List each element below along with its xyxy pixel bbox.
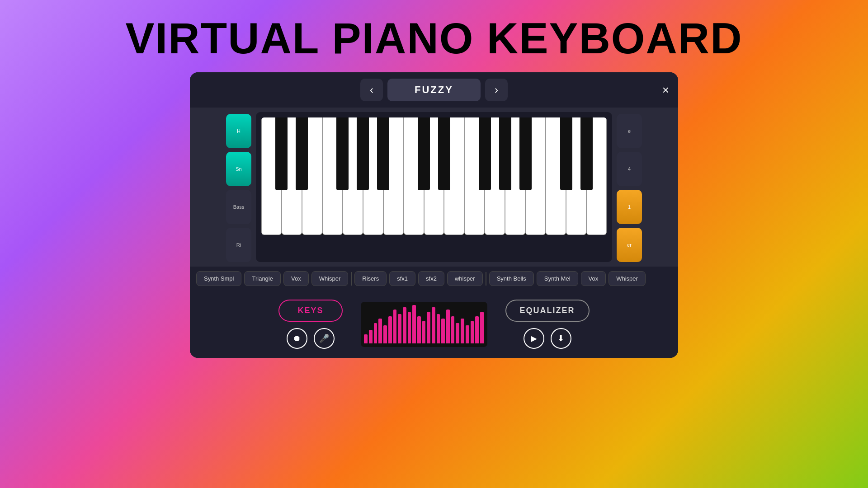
sidebar-item-right-e[interactable]: e xyxy=(617,114,642,148)
mic-icon: 🎤 xyxy=(319,333,329,343)
record-button[interactable]: ⏺ xyxy=(287,328,307,349)
current-preset-label: FUZZY xyxy=(387,79,481,101)
black-key-10[interactable] xyxy=(560,117,572,190)
black-key-9[interactable] xyxy=(519,117,532,190)
play-button[interactable]: ▶ xyxy=(524,328,544,349)
black-key-11[interactable] xyxy=(580,117,593,190)
viz-bar-21 xyxy=(466,325,469,343)
preset-btn-risers-4[interactable]: Risers xyxy=(354,271,387,286)
keys-control-icons: ⏺ 🎤 xyxy=(287,328,335,349)
preset-btn-sfx1-5[interactable]: sfx1 xyxy=(389,271,415,286)
sidebar-item-sn[interactable]: Sn xyxy=(226,152,251,186)
prev-preset-button[interactable]: ‹ xyxy=(360,79,383,101)
eq-control-icons: ▶ ⬇ xyxy=(524,328,571,349)
download-button[interactable]: ⬇ xyxy=(551,328,571,349)
viz-bar-11 xyxy=(417,316,421,343)
viz-bar-24 xyxy=(480,312,484,343)
viz-bar-14 xyxy=(432,307,435,343)
keys-button[interactable]: KEYS xyxy=(278,300,342,322)
black-key-0[interactable] xyxy=(275,117,288,190)
black-key-3[interactable] xyxy=(357,117,369,190)
preset-btn-synth-smpl-0[interactable]: Synth Smpl xyxy=(196,271,241,286)
preset-btn-vox-2[interactable]: Vox xyxy=(283,271,309,286)
sidebar-item-h[interactable]: H xyxy=(226,114,251,148)
viz-bar-4 xyxy=(383,325,387,343)
black-key-7[interactable] xyxy=(479,117,491,190)
next-preset-button[interactable]: › xyxy=(485,79,508,101)
presets-bar: Synth SmplTriangleVoxWhisperRiserssfx1sf… xyxy=(190,267,678,291)
preset-btn-synth-bells-8[interactable]: Synth Bells xyxy=(489,271,534,286)
black-key-1[interactable] xyxy=(296,117,308,190)
preset-nav-bar: ‹ FUZZY › × xyxy=(190,72,678,108)
viz-bar-7 xyxy=(398,314,401,343)
page-title: VIRTUAL PIANO KEYBOARD xyxy=(126,14,743,63)
sidebar-item-ri[interactable]: Ri xyxy=(226,228,251,262)
viz-bar-5 xyxy=(388,316,392,343)
viz-bar-12 xyxy=(422,321,426,343)
viz-bar-0 xyxy=(364,334,368,343)
black-key-8[interactable] xyxy=(499,117,511,190)
viz-bar-16 xyxy=(441,319,445,343)
viz-bar-23 xyxy=(475,316,479,343)
preset-btn-vox-10[interactable]: Vox xyxy=(581,271,606,286)
viz-bar-3 xyxy=(378,319,382,343)
download-icon: ⬇ xyxy=(557,333,564,343)
audio-visualizer xyxy=(361,302,487,347)
viz-bar-20 xyxy=(461,319,464,343)
black-key-4[interactable] xyxy=(377,117,389,190)
preset-btn-whisper-3[interactable]: Whisper xyxy=(311,271,349,286)
eq-section: EQUALIZER ▶ ⬇ xyxy=(505,300,590,349)
viz-bar-8 xyxy=(403,307,406,343)
app-window: ‹ FUZZY › × H Sn Bass Ri xyxy=(190,72,678,358)
viz-bar-19 xyxy=(456,323,459,343)
viz-bar-2 xyxy=(374,323,377,343)
preset-btn-sfx2-6[interactable]: sfx2 xyxy=(418,271,444,286)
sidebar-item-right-er[interactable]: er xyxy=(617,228,642,262)
preset-btn-whisper-11[interactable]: Whisper xyxy=(609,271,646,286)
viz-bar-22 xyxy=(471,321,474,343)
viz-bar-18 xyxy=(451,316,455,343)
preset-btn-whisper-7[interactable]: whisper xyxy=(447,271,483,286)
black-key-2[interactable] xyxy=(336,117,349,190)
preset-btn-synth-mel-9[interactable]: Synth Mel xyxy=(537,271,578,286)
viz-bar-17 xyxy=(446,310,450,343)
record-icon: ⏺ xyxy=(293,334,301,343)
preset-btn-triangle-1[interactable]: Triangle xyxy=(244,271,280,286)
black-key-6[interactable] xyxy=(438,117,450,190)
equalizer-button[interactable]: EQUALIZER xyxy=(505,300,590,322)
mic-button[interactable]: 🎤 xyxy=(314,328,335,349)
piano-keyboard xyxy=(261,117,607,235)
sidebar-item-right-1[interactable]: 1 xyxy=(617,190,642,224)
bottom-controls: KEYS ⏺ 🎤 EQUALIZER ▶ ⬇ xyxy=(190,291,678,358)
close-button[interactable]: × xyxy=(662,83,669,97)
black-key-5[interactable] xyxy=(418,117,430,190)
play-icon: ▶ xyxy=(531,333,537,343)
viz-bar-10 xyxy=(412,305,416,343)
preset-separator-4 xyxy=(351,272,352,286)
sidebar-item-bass[interactable]: Bass xyxy=(226,190,251,224)
viz-bar-13 xyxy=(427,312,430,343)
preset-separator-8 xyxy=(486,272,486,286)
keys-section: KEYS ⏺ 🎤 xyxy=(278,300,342,349)
viz-bar-6 xyxy=(393,310,397,343)
viz-bar-9 xyxy=(408,312,411,343)
viz-bar-15 xyxy=(437,314,440,343)
viz-bar-1 xyxy=(369,330,373,343)
sidebar-item-right-4[interactable]: 4 xyxy=(617,152,642,186)
